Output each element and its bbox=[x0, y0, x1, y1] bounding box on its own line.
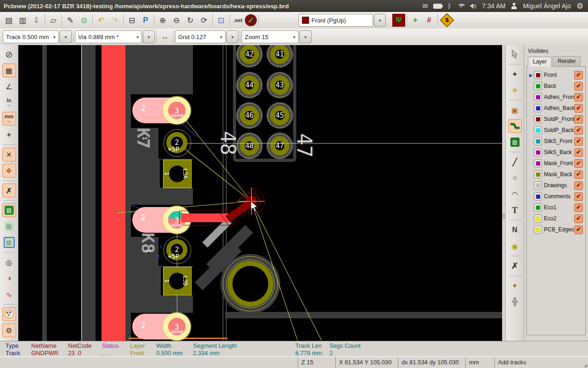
zoom-in-button[interactable]: ⊕ bbox=[156, 14, 170, 27]
layer-visibility-checkbox[interactable]: ✔ bbox=[574, 71, 583, 80]
grid-origin-button[interactable]: ╬ bbox=[508, 295, 522, 309]
add-text-button[interactable]: T bbox=[508, 203, 522, 217]
zoom-out-button[interactable]: ⊖ bbox=[170, 14, 183, 27]
highlight-net-button[interactable]: ✦ bbox=[508, 67, 522, 81]
layer-color-swatch[interactable] bbox=[534, 192, 542, 201]
layer-row[interactable]: ▶Eco1✔ bbox=[527, 202, 585, 213]
track-width-select[interactable]: Track 0.500 mm ▾ bbox=[3, 30, 59, 43]
layer-row[interactable]: ▶Comments✔ bbox=[527, 191, 585, 202]
layer-row[interactable]: ▶Mask_Back✔ bbox=[527, 169, 585, 180]
module-editor-button[interactable]: ✎ bbox=[63, 14, 77, 27]
layer-color-swatch[interactable] bbox=[534, 225, 542, 234]
pad-l3a[interactable]: 1 L3A bbox=[163, 160, 192, 188]
pad-gndpwr[interactable]: 3 GNDPWR bbox=[163, 313, 191, 340]
layer-visibility-checkbox[interactable]: ✔ bbox=[574, 93, 583, 102]
layer-color-swatch[interactable] bbox=[534, 181, 542, 190]
battery-icon[interactable] bbox=[433, 4, 442, 9]
pad-gndpwr[interactable]: 3 GNDPWR bbox=[163, 97, 191, 124]
layer-row[interactable]: ▶SilkS_Back✔ bbox=[527, 147, 585, 158]
grid-select[interactable]: Grid 0.127 ▾ bbox=[175, 30, 226, 43]
delete-items-button[interactable]: ✗ bbox=[508, 259, 522, 273]
layer-color-swatch[interactable] bbox=[534, 93, 542, 101]
zoom-fit-button[interactable]: ⟳ bbox=[197, 14, 211, 27]
undo-button[interactable]: ↶ bbox=[94, 14, 108, 27]
pcb-canvas[interactable]: 42 41 44 43 46 45 48 47 48 47 K7 K8 1 1 … bbox=[18, 45, 502, 341]
layer-row[interactable]: ▶Adhes_Front✔ bbox=[527, 92, 585, 103]
layer-visibility-checkbox[interactable]: ✔ bbox=[574, 126, 583, 135]
layer-color-swatch[interactable] bbox=[534, 104, 542, 112]
pad-l3b[interactable]: 1 L3B bbox=[163, 267, 192, 295]
zones-outline-button[interactable]: ▨ bbox=[2, 236, 16, 249]
mail-icon[interactable]: ✉ bbox=[423, 2, 428, 10]
layer-color-swatch[interactable] bbox=[534, 71, 542, 79]
layer-visibility-checkbox[interactable]: ✔ bbox=[574, 181, 583, 190]
layer-visibility-checkbox[interactable]: ✔ bbox=[574, 137, 583, 146]
session-gear-icon[interactable]: ⚙ bbox=[577, 1, 583, 11]
redo-button[interactable]: ↷ bbox=[108, 14, 122, 27]
layer-visibility-checkbox[interactable]: ✔ bbox=[574, 115, 583, 124]
palette-button[interactable] bbox=[2, 307, 16, 321]
add-dimension-button[interactable]: N bbox=[508, 223, 522, 237]
redraw-button[interactable]: ↻ bbox=[183, 14, 197, 27]
front-copper-track[interactable] bbox=[102, 45, 125, 341]
layer-color-swatch[interactable] bbox=[534, 148, 542, 156]
page-settings-button[interactable]: ▱ bbox=[46, 14, 60, 27]
module-ratsnest-button[interactable]: ❖ bbox=[2, 164, 16, 178]
connector-pad[interactable]: 48 bbox=[236, 132, 263, 159]
plot-button[interactable]: P bbox=[139, 14, 153, 27]
layers-manager-button[interactable]: ⚙ bbox=[2, 323, 16, 337]
layer-visibility-checkbox[interactable]: ✔ bbox=[574, 170, 583, 179]
show-zones-button[interactable]: ▨ bbox=[2, 203, 16, 217]
show-ratsnest-button[interactable]: ✕ bbox=[2, 148, 16, 161]
hide-zones-button[interactable]: ▨ bbox=[2, 219, 16, 233]
add-module-button[interactable]: ▣ bbox=[508, 103, 522, 117]
connector-pad[interactable]: 42 bbox=[236, 45, 263, 68]
track-width-dropdown-button[interactable]: ▾ bbox=[60, 30, 72, 43]
pads-sketch-button[interactable]: ◎ bbox=[2, 255, 16, 269]
high-contrast-button[interactable]: ◑ bbox=[2, 271, 16, 285]
layer-row[interactable]: ▶Back✔ bbox=[527, 80, 585, 92]
move-module-mode-button[interactable]: + bbox=[408, 14, 422, 27]
layer-color-swatch[interactable] bbox=[534, 137, 542, 145]
layer-visibility-checkbox[interactable]: ✔ bbox=[574, 104, 583, 113]
connector-pad[interactable]: 46 bbox=[236, 102, 263, 129]
via-tool-icon-button[interactable]: Ψ bbox=[392, 14, 405, 27]
open-board-button[interactable]: ▥ bbox=[16, 14, 29, 27]
select-tool-button[interactable] bbox=[508, 47, 522, 61]
connector-pad[interactable]: 44 bbox=[236, 72, 263, 98]
via-size-select[interactable]: Via 0.889 mm * ▾ bbox=[75, 30, 142, 43]
layer-visibility-checkbox[interactable]: ✔ bbox=[574, 214, 583, 223]
layer-color-swatch[interactable] bbox=[534, 170, 542, 178]
zoom-dropdown-button[interactable]: ▾ bbox=[300, 30, 311, 43]
add-target-button[interactable]: ◉ bbox=[508, 239, 522, 253]
panel-sash[interactable]: ≡≡≡ bbox=[502, 45, 505, 341]
zoom-select[interactable]: Zoom 15 ▾ bbox=[242, 30, 299, 43]
add-tracks-button[interactable] bbox=[508, 119, 522, 133]
layer-color-swatch[interactable] bbox=[534, 203, 542, 212]
tab-render[interactable]: Render bbox=[553, 56, 581, 66]
layer-row[interactable]: ▶SilkS_Front✔ bbox=[527, 136, 585, 147]
auto-delete-track-button[interactable]: ✗ bbox=[2, 184, 16, 197]
connector-pad[interactable]: 43 bbox=[266, 72, 293, 98]
layer-visibility-checkbox[interactable]: ✔ bbox=[574, 159, 583, 168]
layer-row[interactable]: ▶Drawings✔ bbox=[527, 180, 585, 191]
layer-row[interactable]: ▶SoldP_Front✔ bbox=[527, 114, 585, 125]
add-circle-button[interactable]: ○ bbox=[508, 171, 522, 185]
layer-selector-dropdown-button[interactable]: ▾ bbox=[374, 14, 386, 27]
via-size-dropdown-button[interactable]: ▾ bbox=[143, 30, 155, 43]
layer-visibility-checkbox[interactable]: ✔ bbox=[574, 225, 583, 234]
new-board-button[interactable]: ▤ bbox=[2, 14, 16, 27]
find-button[interactable]: ⊡ bbox=[214, 14, 228, 27]
add-arc-button[interactable]: ◠ bbox=[508, 187, 522, 201]
auto-track-width-button[interactable]: ↔ bbox=[158, 30, 172, 43]
volume-icon[interactable]: )) bbox=[470, 3, 476, 9]
layer-row[interactable]: ▶Front✔ bbox=[527, 69, 585, 80]
units-inches-button[interactable]: In↔ bbox=[2, 96, 16, 109]
save-board-button[interactable]: ⇩ bbox=[29, 14, 43, 27]
pad-gndpwr[interactable]: 3 GNDPWR bbox=[163, 206, 191, 234]
print-button[interactable]: ⊟ bbox=[125, 14, 139, 27]
connector-pad[interactable]: 41 bbox=[266, 45, 293, 68]
cursor-shape-button[interactable]: + bbox=[2, 128, 16, 142]
layer-color-swatch[interactable] bbox=[534, 126, 542, 134]
layer-visibility-checkbox[interactable]: ✔ bbox=[574, 192, 583, 201]
